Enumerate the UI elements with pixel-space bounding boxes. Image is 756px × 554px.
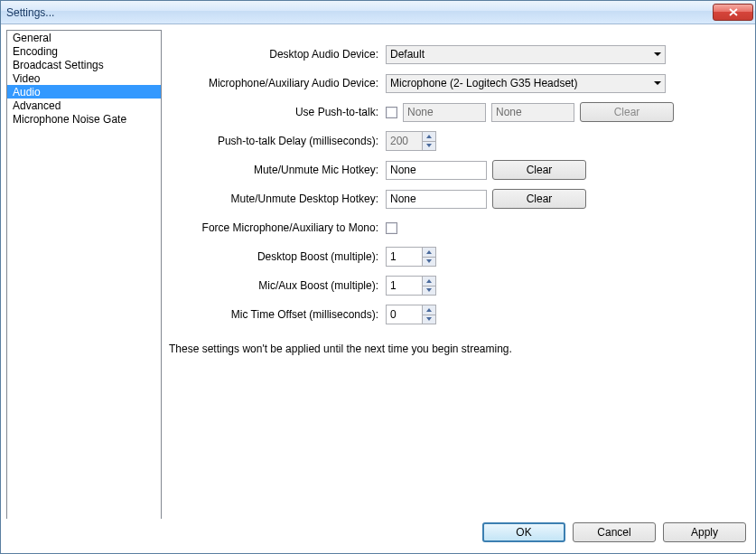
category-list[interactable]: General Encoding Broadcast Settings Vide…	[6, 30, 162, 519]
time-offset-input[interactable]	[386, 305, 422, 324]
dialog-footer: OK Cancel Apply	[1, 519, 755, 553]
titlebar: Settings...	[1, 1, 755, 24]
ptt-delay-input[interactable]	[386, 131, 422, 151]
arrow-down-icon	[426, 259, 432, 263]
close-icon	[729, 8, 738, 16]
spin-down-button[interactable]	[423, 286, 435, 296]
mute-desk-clear-button[interactable]: Clear	[492, 189, 586, 209]
sidebar-item-noise-gate[interactable]: Microphone Noise Gate	[7, 112, 161, 126]
apply-note: These settings won't be applied until th…	[169, 343, 748, 355]
ok-button[interactable]: OK	[482, 522, 565, 542]
ptt-delay-spinner[interactable]	[386, 131, 436, 151]
desktop-boost-input[interactable]	[386, 247, 422, 267]
arrow-up-icon	[426, 250, 432, 254]
ptt-key1-input[interactable]	[403, 103, 486, 122]
spin-down-button[interactable]	[423, 258, 435, 267]
sidebar-item-general[interactable]: General	[7, 31, 161, 44]
mute-desk-hotkey-input[interactable]	[386, 190, 487, 209]
sidebar-item-video[interactable]: Video	[7, 71, 161, 85]
mic-device-select[interactable]: Microphone (2- Logitech G35 Headset)	[386, 74, 666, 93]
close-button[interactable]	[713, 4, 753, 21]
time-offset-spinner[interactable]	[386, 305, 436, 324]
spin-up-button[interactable]	[423, 132, 435, 142]
chevron-down-icon	[654, 81, 661, 85]
ptt-delay-label: Push-to-talk Delay (milliseconds):	[169, 135, 380, 147]
ptt-label: Use Push-to-talk:	[169, 106, 380, 118]
mute-desk-label: Mute/Unmute Desktop Hotkey:	[169, 192, 380, 205]
spin-up-button[interactable]	[423, 305, 435, 315]
arrow-up-icon	[426, 279, 432, 283]
desktop-boost-label: Desktop Boost (multiple):	[169, 250, 380, 263]
spin-up-button[interactable]	[423, 277, 435, 286]
ptt-clear-button[interactable]: Clear	[580, 102, 674, 122]
settings-window: Settings... General Encoding Broadcast S…	[0, 0, 756, 554]
mic-boost-input[interactable]	[386, 276, 422, 296]
spin-down-button[interactable]	[423, 142, 435, 151]
mute-mic-clear-button[interactable]: Clear	[492, 160, 586, 180]
spin-down-button[interactable]	[423, 315, 435, 324]
chevron-down-icon	[654, 52, 661, 56]
arrow-up-icon	[426, 308, 432, 312]
window-title: Settings...	[6, 6, 54, 19]
mic-device-label: Microphone/Auxiliary Audio Device:	[169, 77, 380, 89]
sidebar-item-advanced[interactable]: Advanced	[7, 99, 161, 112]
ptt-key2-input[interactable]	[491, 103, 574, 122]
apply-button[interactable]: Apply	[663, 522, 746, 542]
force-mono-label: Force Microphone/Auxiliary to Mono:	[169, 221, 380, 234]
mic-boost-label: Mic/Aux Boost (multiple):	[169, 279, 380, 292]
arrow-up-icon	[426, 135, 432, 138]
arrow-down-icon	[426, 288, 432, 292]
audio-form: Desktop Audio Device: Default Microphone…	[169, 30, 748, 519]
arrow-down-icon	[426, 317, 432, 321]
ptt-checkbox[interactable]	[386, 107, 397, 118]
sidebar-item-audio[interactable]: Audio	[7, 85, 161, 99]
desktop-audio-label: Desktop Audio Device:	[169, 48, 380, 61]
mic-boost-spinner[interactable]	[386, 276, 436, 296]
desktop-boost-spinner[interactable]	[386, 247, 436, 267]
mute-mic-label: Mute/Unmute Mic Hotkey:	[169, 164, 380, 176]
desktop-audio-select[interactable]: Default	[386, 45, 666, 64]
sidebar-item-broadcast[interactable]: Broadcast Settings	[7, 58, 161, 71]
arrow-down-icon	[426, 144, 432, 147]
mute-mic-hotkey-input[interactable]	[386, 161, 487, 180]
time-offset-label: Mic Time Offset (milliseconds):	[169, 308, 380, 321]
sidebar-item-encoding[interactable]: Encoding	[7, 44, 161, 58]
cancel-button[interactable]: Cancel	[573, 522, 656, 542]
spin-up-button[interactable]	[423, 248, 435, 258]
force-mono-checkbox[interactable]	[386, 222, 397, 234]
